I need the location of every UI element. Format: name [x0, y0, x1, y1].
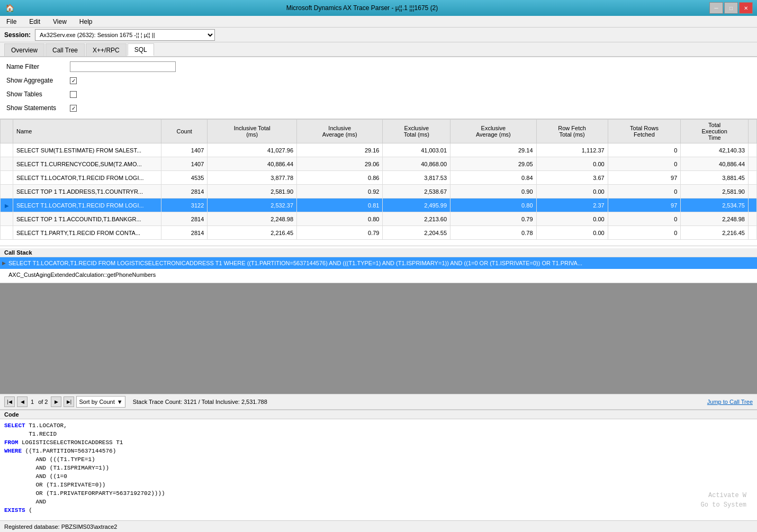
menu-help[interactable]: Help	[77, 17, 95, 26]
table-row[interactable]: SELECT TOP 1 T1.ADDRESS,T1.COUNTRYR... 2…	[1, 185, 757, 199]
tab-calltree[interactable]: Call Tree	[46, 43, 85, 56]
row-name: SELECT TOP 1 T1.ADDRESS,T1.COUNTRYR...	[13, 185, 161, 199]
row-total-exec: 42,140.33	[681, 143, 749, 157]
table-row[interactable]: SELECT SUM(T1.ESTIMATE) FROM SALEST... 1…	[1, 143, 757, 157]
tab-sql[interactable]: SQL	[128, 43, 154, 56]
code-line: AND (((T1.TYPE=1)	[4, 455, 753, 464]
jump-to-calltree-button[interactable]: Jump to Call Tree	[707, 399, 753, 405]
code-section: Code SELECT T1.LOCATOR, T1.RECIDFROM LOG…	[0, 410, 757, 521]
show-aggregate-checkbox[interactable]	[70, 77, 77, 84]
row-exc-avg: 0.84	[450, 171, 536, 185]
code-line: WHERE ((T1.PARTITION=5637144576)	[4, 447, 753, 455]
row-total-exec: 2,248.98	[681, 212, 749, 226]
nav-next-button[interactable]: ▶	[51, 396, 61, 407]
row-inc-avg: 0.86	[297, 171, 383, 185]
row-row-fetch: 3.67	[536, 171, 608, 185]
row-total-rows: 97	[608, 171, 681, 185]
row-indicator	[1, 185, 13, 199]
navbar: |◀ ◀ 1 of 2 ▶ ▶| Sort by Count ▼ Stack T…	[0, 394, 757, 410]
row-total-exec: 3,881.45	[681, 171, 749, 185]
row-count: 2814	[161, 226, 208, 240]
code-line: FROM LOGISTICSELECTRONICADDRESS T1	[4, 438, 753, 447]
table-row[interactable]: SELECT T1.CURRENCYCODE,SUM(T2.AMO... 140…	[1, 157, 757, 171]
gray-middle-area	[0, 283, 757, 394]
row-row-fetch: 0.00	[536, 157, 608, 171]
code-text: T1.LOCATOR,	[25, 422, 67, 429]
col-name[interactable]: Name	[13, 120, 161, 143]
code-text: LOGISTICSELECTRONICADDRESS T1	[18, 439, 123, 446]
code-text: AND	[4, 499, 46, 505]
minimize-button[interactable]: ─	[709, 2, 723, 14]
code-text: T1.RECID	[4, 431, 57, 437]
tab-xplusrpc[interactable]: X++/RPC	[86, 43, 127, 56]
keyword: WHERE	[4, 448, 22, 454]
maximize-button[interactable]: □	[724, 2, 738, 14]
col-exc-total[interactable]: ExclusiveTotal (ms)	[383, 120, 450, 143]
show-tables-checkbox[interactable]	[70, 91, 77, 98]
table-row[interactable]: SELECT T1.LOCATOR,T1.RECID FROM LOGI... …	[1, 171, 757, 185]
col-inc-total[interactable]: Inclusive Total(ms)	[208, 120, 297, 143]
menu-view[interactable]: View	[51, 17, 69, 26]
statusbar-text: Registered database: PBZSIMS03\axtrace2	[4, 524, 117, 530]
show-aggregate-label: Show Aggregate	[6, 77, 70, 84]
row-exc-total: 2,204.55	[383, 226, 450, 240]
filters-area: Name Filter Show Aggregate Show Tables S…	[0, 57, 757, 119]
code-line: AND ((1=0	[4, 472, 753, 481]
callstack-item[interactable]: ▶ SELECT T1.LOCATOR,T1.RECID FROM LOGIST…	[0, 257, 757, 269]
tabbar: Overview Call Tree X++/RPC SQL	[0, 42, 757, 57]
row-total-exec: 2,534.75	[681, 199, 749, 212]
close-button[interactable]: ✕	[739, 2, 753, 14]
nav-last-button[interactable]: ▶|	[64, 396, 74, 407]
titlebar-controls: ─ □ ✕	[709, 2, 753, 14]
row-end	[749, 171, 757, 185]
col-indicator	[1, 120, 13, 143]
sort-label: Sort by Count	[79, 399, 114, 405]
table-container: Name Count Inclusive Total(ms) Inclusive…	[0, 119, 757, 246]
row-total-rows: 0	[608, 143, 681, 157]
name-filter-row: Name Filter	[6, 60, 751, 73]
row-row-fetch: 2.37	[536, 199, 608, 212]
row-row-fetch: 0.00	[536, 226, 608, 240]
row-name: SELECT T1.LOCATOR,T1.RECID FROM LOGI...	[13, 171, 161, 185]
callstack-item[interactable]: AXC_CustAgingExtendedCalculation::getPho…	[0, 269, 757, 281]
col-exc-avg[interactable]: ExclusiveAverage (ms)	[450, 120, 536, 143]
col-inc-avg[interactable]: InclusiveAverage (ms)	[297, 120, 383, 143]
nav-first-button[interactable]: |◀	[4, 396, 15, 407]
code-line: T1.RECID	[4, 430, 753, 438]
col-row-fetch[interactable]: Row FetchTotal (ms)	[536, 120, 608, 143]
table-row[interactable]: SELECT T1.PARTY,T1.RECID FROM CONTA... 2…	[1, 226, 757, 240]
code-header: Code	[0, 410, 757, 419]
menu-file[interactable]: File	[4, 17, 19, 26]
row-name: SELECT T1.PARTY,T1.RECID FROM CONTA...	[13, 226, 161, 240]
show-statements-checkbox[interactable]	[70, 105, 77, 112]
row-row-fetch: 0.00	[536, 185, 608, 199]
row-total-rows: 0	[608, 226, 681, 240]
tab-overview[interactable]: Overview	[4, 43, 44, 56]
statusbar: Registered database: PBZSIMS03\axtrace2	[0, 520, 757, 532]
sort-chevron-icon: ▼	[117, 399, 123, 405]
row-exc-avg: 0.79	[450, 212, 536, 226]
app-icon: 🏠	[4, 3, 15, 13]
row-exc-avg: 0.78	[450, 226, 536, 240]
callstack-text: SELECT T1.LOCATOR,T1.RECID FROM LOGISTIC…	[8, 260, 755, 266]
nav-of-label: of 2	[38, 399, 48, 405]
session-select[interactable]: Ax32Serv.exe (2632): Session 1675 -¦¦ ¦ …	[35, 29, 215, 41]
row-name: SELECT T1.CURRENCYCODE,SUM(T2.AMO...	[13, 157, 161, 171]
col-count[interactable]: Count	[161, 120, 208, 143]
keyword: SELECT	[4, 422, 25, 429]
sort-dropdown[interactable]: Sort by Count ▼	[76, 396, 125, 408]
content-area: Name Count Inclusive Total(ms) Inclusive…	[0, 119, 757, 520]
table-section: Name Count Inclusive Total(ms) Inclusive…	[0, 119, 757, 246]
menu-edit[interactable]: Edit	[27, 17, 42, 26]
nav-prev-button[interactable]: ◀	[17, 396, 28, 407]
row-inc-total: 2,216.45	[208, 226, 297, 240]
table-row[interactable]: ▶ SELECT T1.LOCATOR,T1.RECID FROM LOGI..…	[1, 199, 757, 212]
table-row[interactable]: SELECT TOP 1 T1.ACCOUNTID,T1.BANKGR... 2…	[1, 212, 757, 226]
row-end	[749, 143, 757, 157]
name-filter-input[interactable]	[70, 61, 176, 72]
col-total-exec[interactable]: TotalExecutionTime	[681, 120, 749, 143]
name-filter-label: Name Filter	[6, 63, 70, 70]
row-inc-total: 3,877.78	[208, 171, 297, 185]
row-total-rows: 0	[608, 212, 681, 226]
col-total-rows[interactable]: Total RowsFetched	[608, 120, 681, 143]
